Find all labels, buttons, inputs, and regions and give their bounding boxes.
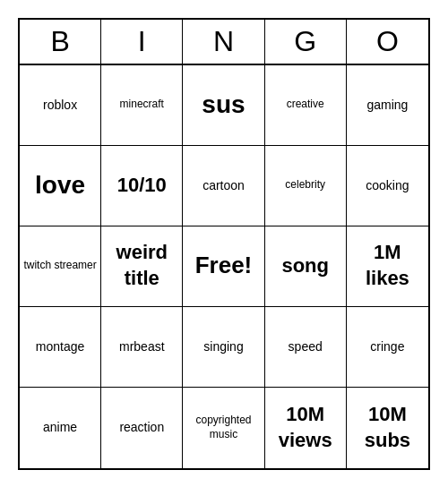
bingo-cell: 10/10	[101, 146, 183, 226]
bingo-cell: love	[20, 146, 101, 226]
bingo-cell: copyrighted music	[183, 388, 264, 468]
bingo-cell: twitch streamer	[20, 226, 101, 307]
bingo-cell: speed	[265, 307, 347, 388]
bingo-cell: singing	[183, 307, 264, 388]
bingo-cell: 10M views	[265, 388, 347, 468]
header-letter: N	[183, 20, 264, 64]
bingo-cell: gaming	[347, 65, 428, 146]
bingo-cell: mrbeast	[101, 307, 183, 388]
bingo-cell: Free!	[183, 226, 264, 307]
bingo-cell: creative	[265, 65, 347, 146]
bingo-cell: cooking	[347, 146, 428, 226]
bingo-cell: minecraft	[101, 65, 183, 146]
bingo-cell: reaction	[101, 388, 183, 468]
bingo-cell: cartoon	[183, 146, 264, 226]
bingo-cell: 10M subs	[347, 388, 428, 468]
bingo-cell: cringe	[347, 307, 428, 388]
bingo-cell: 1M likes	[347, 226, 428, 307]
bingo-cell: roblox	[20, 65, 101, 146]
bingo-cell: song	[265, 226, 347, 307]
header-letter: G	[265, 20, 347, 64]
header-letter: O	[347, 20, 428, 64]
header-letter: I	[101, 20, 183, 64]
bingo-cell: anime	[20, 388, 101, 468]
bingo-header: BINGO	[20, 20, 428, 65]
bingo-cell: weird title	[101, 226, 183, 307]
bingo-card: BINGO robloxminecraftsuscreativegaminglo…	[18, 18, 430, 470]
bingo-cell: celebrity	[265, 146, 347, 226]
bingo-cell: montage	[20, 307, 101, 388]
header-letter: B	[20, 20, 101, 64]
bingo-grid: robloxminecraftsuscreativegaminglove10/1…	[20, 65, 428, 468]
bingo-cell: sus	[183, 65, 264, 146]
